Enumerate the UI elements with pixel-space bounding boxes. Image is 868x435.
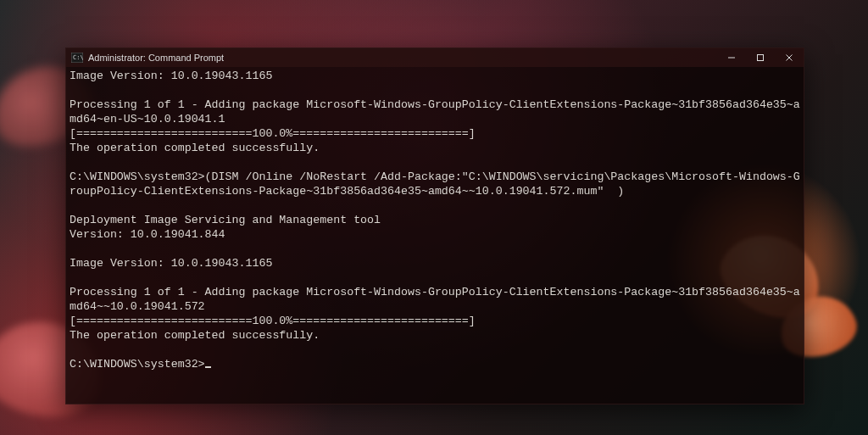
prompt: C:\WINDOWS\system32> [70, 358, 205, 371]
cmd-icon: C:\ [71, 53, 83, 63]
svg-text:C:\: C:\ [73, 54, 83, 61]
window-title: Administrator: Command Prompt [88, 53, 224, 63]
close-button[interactable] [775, 48, 804, 67]
svg-rect-3 [758, 55, 764, 61]
command-prompt-window: C:\ Administrator: Command Prompt Image … [65, 47, 804, 404]
titlebar[interactable]: C:\ Administrator: Command Prompt [66, 48, 804, 67]
maximize-button[interactable] [746, 48, 775, 67]
window-controls [717, 48, 804, 67]
desktop-wallpaper: C:\ Administrator: Command Prompt Image … [0, 0, 868, 435]
terminal-output[interactable]: Image Version: 10.0.19043.1165 Processin… [66, 67, 804, 404]
cursor [205, 366, 211, 368]
minimize-button[interactable] [717, 48, 746, 67]
